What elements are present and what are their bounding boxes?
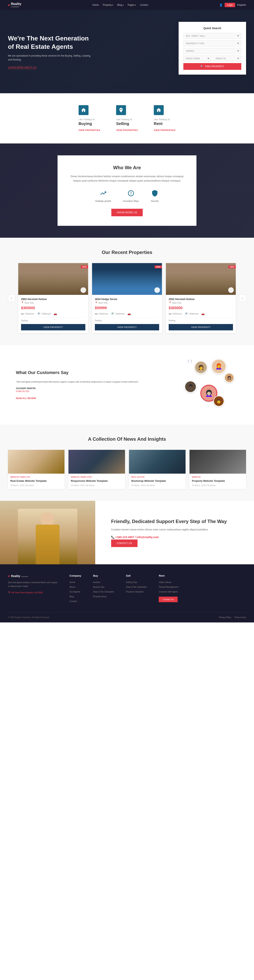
wishlist-button[interactable]: ♡ bbox=[228, 287, 234, 293]
price-from-select[interactable]: PRICE FROM bbox=[183, 56, 211, 62]
wishlist-button[interactable]: ♡ bbox=[154, 287, 160, 293]
register-link[interactable]: Register bbox=[237, 3, 246, 6]
news-title-4[interactable]: Property Website Template bbox=[192, 479, 244, 483]
price-row: PRICE FROM PRICE TO bbox=[183, 56, 241, 62]
news-content-3: REAL ESTATE Bootstrap Website Template 2… bbox=[129, 474, 186, 489]
thinking-title-2: Selling bbox=[116, 121, 138, 126]
innovative-icon bbox=[127, 189, 135, 197]
footer-privacy-link[interactable]: Privacy Policy bbox=[219, 616, 231, 619]
carousel-next-button[interactable]: › bbox=[239, 295, 246, 302]
footer-link-home[interactable]: Home bbox=[70, 581, 75, 583]
news-image-3 bbox=[129, 450, 186, 474]
footer-link-auction[interactable]: Auction bbox=[93, 581, 100, 583]
footer-link-duty-tax-buy[interactable]: Duty & Tax Calculator bbox=[93, 590, 114, 593]
footer-link-video-library[interactable]: Video Library bbox=[159, 581, 171, 583]
footer-link-duty-tax-sell[interactable]: Duty & Tax Calculator bbox=[126, 586, 147, 588]
news-card-4: WEBSITE Property Website Template 25 Mar… bbox=[189, 450, 246, 489]
news-image-2 bbox=[68, 450, 125, 474]
read-all-review-link[interactable]: READ ALL REVIEW bbox=[16, 397, 36, 399]
location-pin-icon: 📍 bbox=[95, 301, 98, 304]
who-description: Donec tincidunmassa tincidunt facilisis … bbox=[70, 174, 184, 183]
property-image-3: NEW ♡ bbox=[166, 263, 236, 295]
news-section: A Collection Of News And Insights WEBSIT… bbox=[0, 425, 254, 501]
footer-address: 📍 344 Viney Place Augusta, GA 30554 bbox=[8, 591, 57, 595]
login-button[interactable]: Login bbox=[225, 3, 235, 7]
logo[interactable]: ● Reality Properties bbox=[8, 2, 21, 8]
price-to-select[interactable]: PRICE TO bbox=[213, 56, 241, 62]
footer-link-rental-management[interactable]: Rental Management bbox=[159, 586, 178, 588]
footer-col-buy-title: Buy bbox=[93, 574, 114, 577]
footer-link-buying-tips[interactable]: Buying Tips bbox=[93, 586, 105, 588]
contact-us-button[interactable]: CONTACT US bbox=[111, 539, 138, 547]
thinking-pre-2: I Am Thinking To bbox=[116, 118, 138, 121]
property-card: NEW ♡ 2952 Hershell Hollow 📍 New York $3… bbox=[18, 263, 88, 333]
news-title-1[interactable]: Real Estate Website Template bbox=[10, 479, 62, 483]
nav-home[interactable]: Home bbox=[92, 3, 99, 6]
thinking-link-2[interactable]: VIEW PROPERTIES bbox=[116, 129, 138, 131]
news-grid: WEBSITE TEMPLATE Real Estate Website Tem… bbox=[8, 450, 246, 489]
footer-link-agents[interactable]: Our Agents bbox=[70, 590, 80, 593]
news-card-2: WEBSITE TEMPLATES Responsive Website Tem… bbox=[68, 450, 125, 489]
wishlist-button[interactable]: ♡ bbox=[81, 287, 86, 293]
footer-link-property-valuation[interactable]: Property Valuation bbox=[126, 590, 144, 593]
view-property-button-1[interactable]: VIEW PROPERTY bbox=[21, 324, 85, 330]
view-property-button-3[interactable]: VIEW PROPERTY bbox=[169, 324, 233, 330]
footer-logo[interactable]: ● Reality Properties bbox=[8, 574, 57, 578]
footer-cta-button[interactable]: Contact Us bbox=[159, 597, 178, 602]
parking-2: 🚗 bbox=[127, 312, 131, 315]
nav-pages[interactable]: Pages ▾ bbox=[128, 3, 136, 6]
carousel-prev-button[interactable]: ‹ bbox=[8, 295, 15, 302]
find-property-button[interactable]: 🔍 FIND PROPERTY bbox=[183, 63, 241, 70]
phone-icon: 📞 bbox=[111, 536, 115, 539]
footer-logo-dot: ● bbox=[8, 574, 10, 578]
know-more-button[interactable]: KNOW MORE US bbox=[111, 209, 143, 216]
footer-col-company-list: Home About Our Agents Blog Contact bbox=[70, 581, 81, 603]
hero-cta-link[interactable]: LEARN MORE ABOUT US bbox=[8, 66, 37, 69]
properties-grid: NEW ♡ 2952 Hershell Hollow 📍 New York $3… bbox=[18, 263, 236, 333]
nav-contact[interactable]: Contact bbox=[140, 3, 148, 6]
property-info-2: 3634 Hedge Street 📍 New York $59999 🛏 2 … bbox=[92, 295, 162, 333]
quote-mark-icon: " bbox=[187, 357, 193, 373]
news-title-2[interactable]: Responsive Website Template bbox=[71, 479, 123, 483]
buying-icon bbox=[79, 105, 89, 115]
quick-search-title: Quick Search bbox=[183, 27, 241, 30]
hero-content: We're The Next Generation of Real Estate… bbox=[8, 34, 91, 69]
view-property-button-2[interactable]: VIEW PROPERTY bbox=[95, 324, 159, 330]
feature-security-label: Security bbox=[151, 200, 159, 202]
news-card-1: WEBSITE TEMPLATE Real Estate Website Tem… bbox=[8, 450, 65, 489]
footer-col-company-title: Company bbox=[70, 574, 81, 577]
thinking-section: I Am Thinking To Buying VIEW PROPERTIES … bbox=[0, 93, 254, 143]
footer-col-rent-title: Rent bbox=[159, 574, 178, 577]
map-pin-icon: 📍 bbox=[8, 592, 10, 594]
nav-property[interactable]: Property ▾ bbox=[103, 3, 113, 6]
support-description: Curabitur laoreet massa iective ultrices… bbox=[111, 528, 238, 531]
thinking-link-3[interactable]: VIEW PROPERTIES bbox=[154, 129, 176, 131]
testimonials-title: What Our Customers Say bbox=[16, 370, 167, 375]
chevron-down-icon: ▾ bbox=[135, 4, 136, 6]
search-icon: 🔍 bbox=[200, 65, 203, 68]
hero-headline: We're The Next Generation of Real Estate… bbox=[8, 34, 91, 51]
property-type-select[interactable]: PROPERTY TYPE bbox=[183, 40, 241, 46]
logo-dot: ● bbox=[8, 3, 10, 7]
footer-link-blog[interactable]: Blog bbox=[70, 595, 74, 598]
nav-blog[interactable]: Blog ▾ bbox=[117, 3, 124, 6]
who-title: Who We Are bbox=[70, 165, 184, 170]
hero-description: We are specialized in providing these se… bbox=[8, 54, 91, 62]
buy-rent-sell-select[interactable]: BUY / RENT / SELL bbox=[183, 33, 241, 39]
property-location-3: 📍 New York bbox=[169, 301, 233, 304]
footer-link-contact[interactable]: Contact bbox=[70, 600, 77, 602]
footer-link-property-area[interactable]: Property Area bbox=[93, 595, 106, 598]
news-title-3[interactable]: Bootstrap Website Template bbox=[131, 479, 183, 483]
thinking-link-1[interactable]: VIEW PROPERTIES bbox=[79, 129, 100, 131]
testimonial-role: HOME BUYER bbox=[16, 390, 167, 393]
properties-title: Our Recent Properties bbox=[8, 250, 246, 255]
new-badge: NEW bbox=[229, 266, 236, 268]
footer-terms-link[interactable]: Terms of Use bbox=[234, 616, 246, 619]
footer-link-selling-tips[interactable]: Selling Tips bbox=[126, 581, 137, 583]
footer-link-connect-agent[interactable]: Connect with Agent bbox=[159, 590, 178, 593]
footer-link-about[interactable]: About bbox=[70, 586, 75, 588]
avatar-6: 👩🏽 bbox=[224, 373, 234, 383]
states-select[interactable]: STATES bbox=[183, 48, 241, 54]
parking-1: 🚗 bbox=[54, 312, 57, 315]
location-pin-icon: 📍 bbox=[21, 301, 24, 304]
